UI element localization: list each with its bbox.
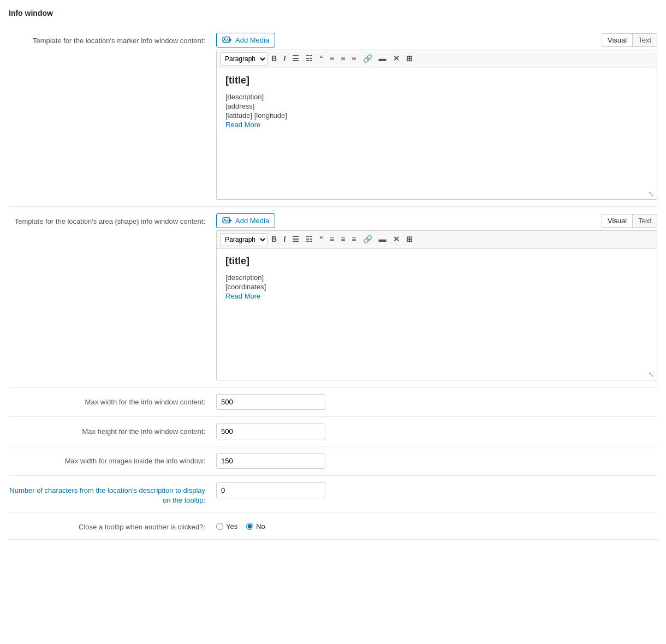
editor1-align-left-btn[interactable]: ≡	[327, 52, 337, 65]
max-width-row: Max width for the info window content:	[9, 387, 657, 417]
editor2-link-btn[interactable]: 🔗	[360, 233, 375, 246]
close-tooltip-label: Close a tooltip when another is clicked?…	[9, 519, 216, 532]
editor1-add-media-label: Add Media	[235, 36, 269, 44]
editor2-italic-btn[interactable]: I	[281, 233, 288, 246]
radio-yes-label: Yes	[226, 522, 237, 530]
editor1-link-btn[interactable]: 🔗	[360, 52, 375, 65]
radio-no-label: No	[256, 522, 265, 530]
editor2-quote-btn[interactable]: “	[317, 233, 326, 246]
editor1-control: Add Media Visual Text Paragraph B I ☰ ☷ …	[216, 33, 657, 200]
editor2-add-media-button[interactable]: Add Media	[216, 213, 275, 228]
close-tooltip-radio-group: Yes No	[216, 519, 657, 530]
editor2-add-media-icon	[222, 217, 232, 225]
editor2-bold-btn[interactable]: B	[269, 233, 280, 246]
editor2-topbar: Add Media Visual Text	[216, 213, 657, 228]
editor2-hr-btn[interactable]: ▬	[376, 233, 389, 246]
max-width-input[interactable]	[216, 394, 325, 410]
editor2-align-right-btn[interactable]: ≡	[349, 233, 359, 246]
editor1-align-right-btn[interactable]: ≡	[349, 52, 359, 65]
editor1-bold-btn[interactable]: B	[269, 52, 280, 65]
close-tooltip-row: Close a tooltip when another is clicked?…	[9, 512, 657, 539]
editor1-topbar: Add Media Visual Text	[216, 33, 657, 47]
num-chars-input[interactable]	[216, 482, 325, 498]
editor2-align-center-btn[interactable]: ≡	[338, 233, 348, 246]
editor1-label: Template for the location's marker info …	[9, 33, 216, 46]
editor1-tab-group: Visual Text	[602, 33, 657, 47]
editor1-resize-handle[interactable]: ⤡	[217, 188, 657, 199]
img-width-input[interactable]	[216, 453, 325, 469]
editor1-desc-line1: [description]	[225, 93, 648, 101]
img-width-label: Max width for images inside the info win…	[9, 453, 216, 466]
editor1-format-select[interactable]: Paragraph	[220, 52, 267, 65]
editor1-more-btn[interactable]: ⊞	[403, 52, 415, 65]
editor1-hr-btn[interactable]: ▬	[376, 52, 389, 65]
editor2-tab-visual[interactable]: Visual	[602, 214, 633, 228]
editor2-content[interactable]: [title] [description] [coordinates] Read…	[217, 249, 657, 369]
editor2-resize-handle[interactable]: ⤡	[217, 369, 657, 380]
editor1-quote-btn[interactable]: “	[317, 52, 326, 65]
editor1-desc-line3: [latitude] [longitude]	[225, 111, 648, 120]
close-tooltip-control: Yes No	[216, 519, 657, 530]
editor1-toolbar: Paragraph B I ☰ ☷ “ ≡ ≡ ≡ 🔗 ▬ ✕ ⊞	[217, 50, 657, 68]
max-width-control	[216, 394, 657, 410]
num-chars-row: Number of characters from the location's…	[9, 476, 657, 512]
editor2-ol-btn[interactable]: ☷	[303, 233, 316, 246]
editor2-remove-btn[interactable]: ✕	[390, 233, 402, 246]
editor1-tab-visual[interactable]: Visual	[602, 33, 633, 47]
num-chars-control	[216, 482, 657, 498]
editor1-resize-icon: ⤡	[648, 189, 655, 198]
editor2-label: Template for the location's area (shape)…	[9, 213, 216, 226]
editor1-remove-btn[interactable]: ✕	[390, 52, 402, 65]
radio-yes-option[interactable]: Yes	[216, 522, 237, 530]
editor1-align-center-btn[interactable]: ≡	[338, 52, 348, 65]
editor2-desc-line1: [description]	[225, 273, 648, 282]
editor1-read-more-link[interactable]: Read More	[225, 121, 260, 129]
max-height-control	[216, 424, 657, 439]
editor1-tab-text[interactable]: Text	[632, 33, 657, 47]
editor2-read-more-link[interactable]: Read More	[225, 292, 260, 300]
radio-no-option[interactable]: No	[246, 522, 265, 530]
editor2-ul-btn[interactable]: ☰	[289, 233, 302, 246]
editor1-ol-btn[interactable]: ☷	[303, 52, 316, 65]
editor1-row: Template for the location's marker info …	[9, 26, 657, 207]
img-width-row: Max width for images inside the info win…	[9, 446, 657, 476]
editor1-add-media-button[interactable]: Add Media	[216, 33, 275, 47]
editor2-align-left-btn[interactable]: ≡	[327, 233, 337, 246]
editor2-row: Template for the location's area (shape)…	[9, 207, 657, 387]
img-width-control	[216, 453, 657, 469]
editor2-wrap: Paragraph B I ☰ ☷ “ ≡ ≡ ≡ 🔗 ▬ ✕ ⊞ [title…	[216, 230, 657, 380]
editor1-wrap: Paragraph B I ☰ ☷ “ ≡ ≡ ≡ 🔗 ▬ ✕ ⊞ [title…	[216, 50, 657, 200]
radio-yes-input[interactable]	[216, 523, 223, 530]
editor1-title-text: [title]	[225, 75, 648, 86]
editor2-add-media-label: Add Media	[235, 217, 269, 225]
editor2-resize-icon: ⤡	[648, 370, 655, 379]
editor2-more-btn[interactable]: ⊞	[403, 233, 415, 246]
svg-rect-0	[223, 37, 229, 42]
num-chars-label: Number of characters from the location's…	[9, 482, 216, 505]
add-media-icon	[222, 37, 232, 44]
editor2-title-text: [title]	[225, 255, 648, 267]
max-width-label: Max width for the info window content:	[9, 394, 216, 407]
max-height-input[interactable]	[216, 424, 325, 439]
radio-no-input[interactable]	[246, 523, 253, 530]
editor1-ul-btn[interactable]: ☰	[289, 52, 302, 65]
max-height-row: Max height for the info window content:	[9, 417, 657, 446]
editor1-desc-line2: [address]	[225, 102, 648, 110]
editor2-tab-group: Visual Text	[602, 214, 657, 228]
editor2-format-select[interactable]: Paragraph	[220, 233, 267, 246]
editor2-control: Add Media Visual Text Paragraph B I ☰ ☷ …	[216, 213, 657, 380]
editor2-tab-text[interactable]: Text	[632, 214, 657, 228]
editor2-desc-line2: [coordinates]	[225, 283, 648, 291]
editor1-content[interactable]: [title] [description] [address] [latitud…	[217, 68, 657, 188]
max-height-label: Max height for the info window content:	[9, 424, 216, 437]
section-title: Info window	[9, 9, 657, 17]
editor1-italic-btn[interactable]: I	[281, 52, 288, 65]
svg-rect-4	[223, 217, 229, 223]
editor2-toolbar: Paragraph B I ☰ ☷ “ ≡ ≡ ≡ 🔗 ▬ ✕ ⊞	[217, 231, 657, 249]
